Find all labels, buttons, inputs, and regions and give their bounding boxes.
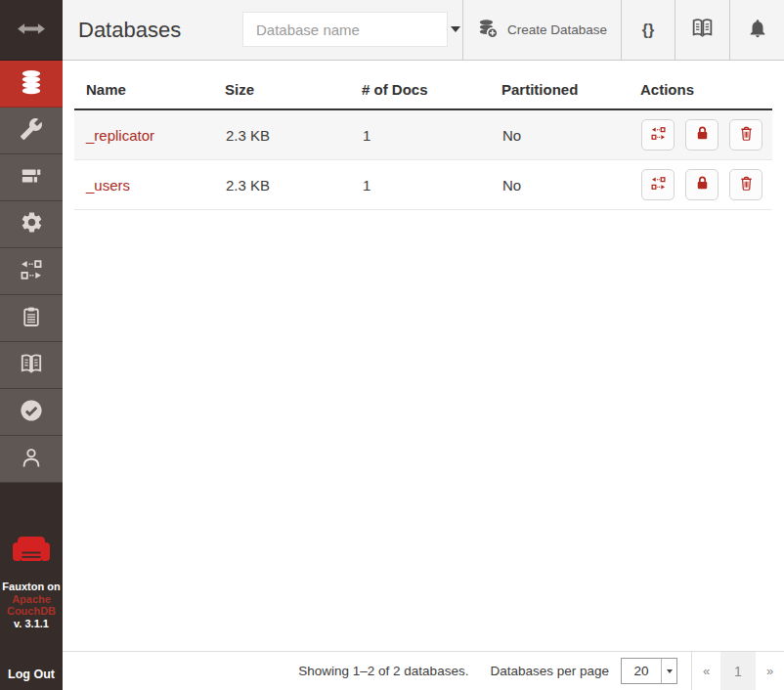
brand-text-apache: Apache xyxy=(0,593,63,606)
pagination-next-button[interactable]: » xyxy=(756,652,784,690)
sidebar-item-documentation[interactable] xyxy=(0,342,63,389)
set-permissions-button[interactable] xyxy=(685,169,719,200)
db-size-cell: 2.3 KB xyxy=(225,109,362,160)
database-link[interactable]: _replicator xyxy=(86,127,154,144)
db-docs-cell: 1 xyxy=(362,160,501,210)
sidebar: Fauxton on Apache CouchDB v. 3.1.1 Log O… xyxy=(0,0,63,690)
per-page-value: 20 xyxy=(622,659,661,683)
db-actions-cell xyxy=(640,109,772,160)
wrench-icon xyxy=(20,117,43,145)
brand-text-couchdb: CouchDB xyxy=(0,605,63,618)
create-database-icon xyxy=(477,18,499,42)
sidebar-item-databases[interactable] xyxy=(0,61,63,108)
documentation-button[interactable] xyxy=(675,0,729,60)
db-partitioned-cell: No xyxy=(501,109,640,160)
results-summary: Showing 1–2 of 2 databases. xyxy=(298,664,468,678)
pagination-prev-button[interactable]: « xyxy=(692,652,720,690)
sidebar-expand-toggle[interactable] xyxy=(0,0,63,61)
db-name-cell: _users xyxy=(74,160,225,210)
col-header-actions: Actions xyxy=(640,61,772,109)
couch-logo xyxy=(0,536,63,567)
database-link[interactable]: _users xyxy=(86,177,130,194)
book-icon xyxy=(19,351,44,380)
db-size-cell: 2.3 KB xyxy=(225,160,362,210)
pagination-page-1[interactable]: 1 xyxy=(720,652,756,690)
chevron-down-icon[interactable] xyxy=(451,26,460,32)
check-circle-icon xyxy=(19,398,44,427)
db-name-cell: _replicator xyxy=(74,109,225,160)
table-row: _users 2.3 KB 1 No xyxy=(74,160,772,210)
database-name-combobox[interactable] xyxy=(242,12,448,47)
page-footer: Showing 1–2 of 2 databases. Databases pe… xyxy=(63,651,784,690)
create-database-button[interactable]: Create Database xyxy=(462,0,621,60)
page-header: Databases Create Database {} xyxy=(63,0,784,61)
table-header-row: Name Size # of Docs Partitioned Actions xyxy=(74,61,772,109)
replication-icon xyxy=(19,257,44,286)
json-view-button[interactable]: {} xyxy=(621,0,675,60)
bell-icon xyxy=(747,18,768,43)
col-header-size: Size xyxy=(225,61,362,109)
sidebar-item-account[interactable] xyxy=(0,436,63,483)
page-title: Databases xyxy=(78,18,181,43)
database-icon xyxy=(19,69,44,99)
sidebar-item-setup[interactable] xyxy=(0,108,63,154)
lock-icon xyxy=(694,125,711,145)
replicate-database-button[interactable] xyxy=(641,119,675,151)
set-permissions-button[interactable] xyxy=(685,119,719,151)
col-header-docs: # of Docs xyxy=(362,61,501,109)
replicate-database-button[interactable] xyxy=(641,169,675,200)
clipboard-icon xyxy=(20,305,43,332)
col-header-partitioned: Partitioned xyxy=(501,61,640,109)
json-icon: {} xyxy=(642,22,654,39)
main-content: Name Size # of Docs Partitioned Actions … xyxy=(63,61,784,651)
logout-button[interactable]: Log Out xyxy=(0,668,63,681)
replicate-icon xyxy=(650,125,667,145)
databases-per-page-select[interactable]: 20 xyxy=(621,658,677,684)
header-actions: Create Database {} xyxy=(462,0,784,60)
trash-icon xyxy=(738,175,755,194)
delete-database-button[interactable] xyxy=(729,119,762,151)
brand-text-fauxton: Fauxton on xyxy=(0,581,63,593)
db-partitioned-cell: No xyxy=(501,160,640,210)
create-database-label: Create Database xyxy=(507,22,607,37)
lock-icon xyxy=(694,175,711,194)
server-stack-icon xyxy=(19,163,44,193)
expand-icon xyxy=(17,22,46,39)
per-page-label: Databases per page xyxy=(490,664,609,678)
col-header-name: Name xyxy=(74,61,225,109)
chevron-down-icon xyxy=(667,669,673,673)
book-icon xyxy=(690,16,715,44)
db-actions-cell xyxy=(640,160,772,210)
user-icon xyxy=(20,446,43,473)
fauxton-brand[interactable]: Fauxton on Apache CouchDB v. 3.1.1 xyxy=(0,536,63,629)
databases-table: Name Size # of Docs Partitioned Actions … xyxy=(74,61,772,210)
sidebar-item-active-tasks-list[interactable] xyxy=(0,295,63,342)
trash-icon xyxy=(738,125,755,145)
sidebar-item-verify[interactable] xyxy=(0,389,63,436)
gear-icon xyxy=(20,210,44,238)
delete-database-button[interactable] xyxy=(729,169,762,200)
sidebar-item-configuration[interactable] xyxy=(0,201,63,248)
replicate-icon xyxy=(650,175,667,194)
sidebar-item-replication[interactable] xyxy=(0,248,63,295)
select-caret-box[interactable] xyxy=(661,659,676,683)
notifications-button[interactable] xyxy=(729,0,784,60)
table-row: _replicator 2.3 KB 1 No xyxy=(74,109,772,160)
database-name-input[interactable] xyxy=(243,22,451,38)
pagination: « 1 » xyxy=(691,652,784,690)
brand-text-version: v. 3.1.1 xyxy=(0,618,63,630)
db-docs-cell: 1 xyxy=(362,109,501,160)
sidebar-item-active-tasks[interactable] xyxy=(0,154,63,201)
